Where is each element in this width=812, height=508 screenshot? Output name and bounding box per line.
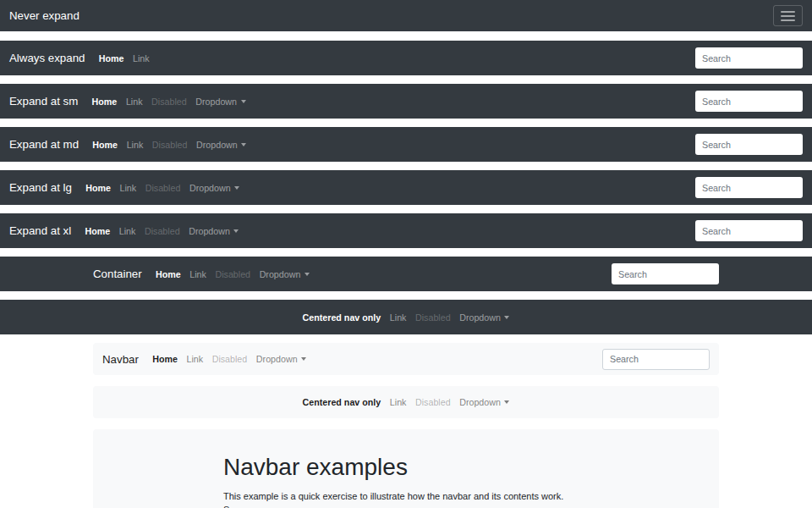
intro-paragraph: This example is a quick exercise to illu… [223,489,589,508]
brand-expand-md[interactable]: Expand at md [9,138,79,151]
caret-down-icon [504,400,509,404]
navbar-expand-lg: Expand at lg Home Link Disabled Dropdown [0,170,812,205]
jumbotron: Navbar examples This example is a quick … [93,429,719,508]
nav-link-dropdown[interactable]: Dropdown [255,269,314,279]
nav-link-dropdown[interactable]: Dropdown [455,312,514,323]
nav-link-dropdown[interactable]: Dropdown [184,226,244,236]
brand-expand-xl[interactable]: Expand at xl [9,224,71,237]
nav-link-link[interactable]: Link [115,183,140,193]
nav-links: Centered nav only Link Disabled Dropdown [298,312,513,323]
nav-links: Home Link Disabled Dropdown [87,97,250,107]
hamburger-menu-button[interactable] [773,5,803,26]
nav-link-centered-nav-only[interactable]: Centered nav only [298,397,385,407]
caret-down-icon [233,229,239,233]
nav-link-dropdown[interactable]: Dropdown [455,397,514,407]
nav-link-home[interactable]: Home [148,354,182,364]
nav-link-link[interactable]: Link [185,269,211,279]
nav-link-link[interactable]: Link [182,354,207,364]
nav-link-link[interactable]: Link [122,140,147,150]
nav-links: Home Link Disabled Dropdown [88,140,251,150]
nav-link-link[interactable]: Link [129,53,154,64]
brand-expand-lg[interactable]: Expand at lg [9,181,72,194]
nav-link-disabled: Disabled [411,312,455,323]
hamburger-icon [781,11,795,13]
nav-link-home[interactable]: Home [81,183,115,193]
nav-link-link[interactable]: Link [114,226,140,236]
caret-down-icon [234,186,239,190]
search-input[interactable] [612,263,719,284]
nav-link-disabled: Disabled [211,269,255,279]
navbar-light: Navbar Home Link Disabled Dropdown [93,343,719,375]
nav-links: Home Link Disabled Dropdown [151,269,315,279]
nav-link-link[interactable]: Link [386,312,411,323]
nav-link-dropdown[interactable]: Dropdown [252,354,311,364]
brand-expand-sm[interactable]: Expand at sm [9,95,78,108]
navbar-container: Container Home Link Disabled Dropdown [0,257,812,291]
search-input[interactable] [695,134,803,155]
nav-link-disabled: Disabled [411,397,455,407]
nav-link-home[interactable]: Home [88,140,122,150]
caret-down-icon [504,316,509,319]
intro-line-1: This example is a quick exercise to illu… [223,489,589,508]
nav-links: Home Link [94,53,154,64]
nav-link-disabled: Disabled [147,97,191,107]
caret-down-icon [241,143,246,146]
navbar-expand-md: Expand at md Home Link Disabled Dropdown [0,127,812,162]
nav-link-dropdown[interactable]: Dropdown [192,140,251,150]
search-input[interactable] [695,220,803,241]
nav-link-centered-nav-only[interactable]: Centered nav only [298,312,385,323]
search-input[interactable] [695,91,803,112]
caret-down-icon [301,357,306,361]
nav-link-home[interactable]: Home [151,269,185,279]
nav-link-disabled: Disabled [207,354,251,364]
nav-links: Home Link Disabled Dropdown [148,354,311,364]
main-content: Navbar Home Link Disabled Dropdown Cente… [93,343,719,508]
nav-link-dropdown[interactable]: Dropdown [191,97,250,107]
brand-never-expand[interactable]: Never expand [9,9,80,22]
navbar-never-expand: Never expand [0,0,812,31]
caret-down-icon [241,100,246,103]
caret-down-icon [304,273,310,276]
brand-container[interactable]: Container [93,268,142,280]
nav-link-dropdown[interactable]: Dropdown [185,183,244,193]
search-input[interactable] [695,177,803,198]
navbar-centered-dark: Centered nav only Link Disabled Dropdown [0,300,812,334]
page-title: Navbar examples [223,453,589,482]
nav-link-disabled: Disabled [140,226,184,236]
nav-link-disabled: Disabled [148,140,192,150]
brand-navbar[interactable]: Navbar [102,353,139,366]
nav-link-home[interactable]: Home [80,226,114,236]
navbar-always-expand: Always expand Home Link [0,41,812,75]
nav-link-home[interactable]: Home [87,97,121,107]
nav-link-home[interactable]: Home [94,53,128,64]
navbar-expand-xl: Expand at xl Home Link Disabled Dropdown [0,213,812,248]
nav-links: Home Link Disabled Dropdown [81,183,244,193]
brand-always-expand[interactable]: Always expand [9,52,85,64]
search-input[interactable] [695,47,803,69]
nav-link-link[interactable]: Link [122,97,147,107]
navbar-container-inner: Container Home Link Disabled Dropdown [93,257,719,291]
nav-links: Home Link Disabled Dropdown [80,226,244,236]
nav-link-link[interactable]: Link [386,397,411,407]
nav-link-disabled: Disabled [140,183,184,193]
nav-links: Centered nav only Link Disabled Dropdown [298,397,513,407]
search-input[interactable] [602,349,710,370]
navbar-expand-sm: Expand at sm Home Link Disabled Dropdown [0,84,812,119]
navbar-centered-light: Centered nav only Link Disabled Dropdown [93,386,719,418]
